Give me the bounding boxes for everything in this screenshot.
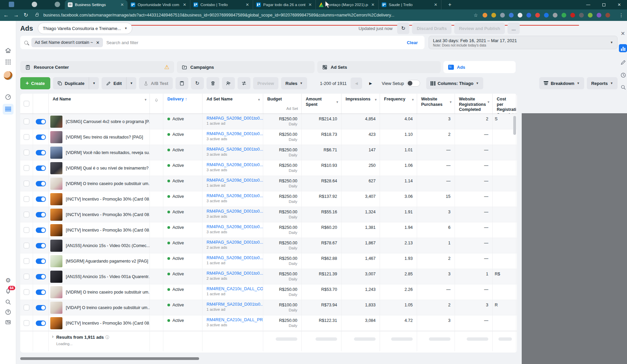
sidebar-home-icon[interactable] bbox=[3, 45, 13, 56]
ad-name-cell[interactable]: [AN15S] Anúncio 15s - Video 001a Quarent… bbox=[49, 269, 150, 284]
rules-button[interactable]: Rules▼ bbox=[281, 77, 307, 89]
tab-close-icon[interactable]: ✕ bbox=[120, 2, 125, 7]
row-status-toggle[interactable] bbox=[33, 253, 49, 269]
pinned-tab-icon[interactable] bbox=[55, 2, 60, 7]
row-checkbox[interactable] bbox=[20, 284, 33, 300]
ad-name-cell[interactable]: [VIDAP] O treino caseiro pode substituir… bbox=[49, 300, 150, 315]
search-filter-bar[interactable]: Ad Set Name doesn't contain ~ ✕ Search a… bbox=[20, 36, 425, 49]
date-range-selector[interactable]: Last 30 days: Feb 16, 2021 – Mar 17, 202… bbox=[429, 36, 618, 49]
tab-close-icon[interactable]: ✕ bbox=[182, 2, 187, 7]
close-panel-icon[interactable]: ✕ bbox=[621, 30, 625, 37]
edit-pencil-icon[interactable] bbox=[620, 59, 626, 67]
row-status-toggle[interactable] bbox=[33, 315, 49, 331]
sidebar-gauge-icon[interactable] bbox=[3, 92, 13, 102]
forward-button[interactable]: → bbox=[13, 12, 19, 18]
tab-ad-sets[interactable]: Ad Sets bbox=[317, 61, 441, 73]
retry-button[interactable]: ↻ bbox=[191, 77, 204, 89]
row-status-toggle[interactable] bbox=[33, 114, 49, 129]
row-checkbox[interactable] bbox=[20, 207, 33, 222]
extension-icon[interactable] bbox=[535, 13, 540, 18]
next-page-button[interactable]: ▶ bbox=[365, 78, 376, 89]
ad-name-cell[interactable]: [VIDRM] Você não tem resultados, reveja … bbox=[49, 145, 150, 160]
duplicate-dropdown[interactable]: ▼ bbox=[89, 77, 99, 89]
tab-campaigns[interactable]: Campaigns bbox=[177, 61, 315, 73]
ad-set-link[interactable]: RM4PAG_SA209d_D001to0... bbox=[207, 147, 263, 152]
ad-name-cell[interactable]: [VIDRM] Seu treino dá resultados? [PAG] bbox=[49, 129, 150, 145]
row-status-toggle[interactable] bbox=[33, 284, 49, 300]
browser-tab[interactable]: Business Settings ✕ bbox=[65, 0, 128, 9]
edit-dropdown[interactable]: ▼ bbox=[126, 77, 136, 89]
extension-icon[interactable] bbox=[509, 13, 514, 18]
address-bar[interactable]: business.facebook.com/adsmanager/manage/… bbox=[43, 13, 469, 18]
delete-button[interactable] bbox=[207, 77, 219, 89]
ad-name-cell[interactable]: [MSGRM] Aguardando pagamento v2 [PAG] bbox=[49, 253, 150, 269]
row-checkbox[interactable] bbox=[20, 145, 33, 160]
edit-button[interactable]: Edit bbox=[102, 77, 126, 89]
minimize-button[interactable]: — bbox=[580, 0, 596, 9]
col-header-website-purchases[interactable]: Website Purchases ▼ bbox=[417, 94, 455, 114]
remove-filter-icon[interactable]: ✕ bbox=[96, 40, 100, 45]
sort-icon[interactable]: ▼ bbox=[449, 100, 452, 104]
reload-button[interactable]: ↻ bbox=[24, 12, 28, 18]
tab-close-icon[interactable]: ✕ bbox=[308, 2, 312, 7]
columns-button[interactable]: Columns: Thiago ▼ bbox=[426, 77, 483, 89]
ad-set-link[interactable]: RM4PAG_SA209d_D001to0... bbox=[207, 224, 263, 229]
row-status-toggle[interactable] bbox=[33, 269, 49, 284]
ad-name-cell[interactable]: [INCTV] Incentivo - Promoção 30% (Card 0… bbox=[49, 207, 150, 222]
ad-set-link[interactable]: RM4REN_CA210c_DALL_PR... bbox=[207, 317, 263, 322]
ad-name-cell[interactable]: [VIDRM] Qual é o seu nível de treinament… bbox=[49, 160, 150, 176]
ad-name-cell[interactable]: [AN15S] Anúncio 15s - Video 002c (Comec.… bbox=[49, 238, 150, 253]
row-status-toggle[interactable] bbox=[33, 222, 49, 238]
sort-icon[interactable]: ▼ bbox=[144, 98, 147, 102]
row-checkbox[interactable] bbox=[20, 129, 33, 145]
horizontal-scrollbar[interactable] bbox=[20, 357, 199, 360]
row-checkbox[interactable] bbox=[20, 222, 33, 238]
row-checkbox[interactable] bbox=[20, 269, 33, 284]
extension-icon[interactable] bbox=[605, 13, 610, 18]
col-header-ad-name[interactable]: Ad Name ▼ bbox=[49, 94, 150, 114]
col-header-frequency[interactable]: Frequency ▼ bbox=[380, 94, 417, 114]
row-checkbox[interactable] bbox=[20, 176, 33, 191]
refresh-button[interactable]: ↻ bbox=[397, 23, 409, 34]
ad-name-cell[interactable]: [CSIMG] Carrousel 4v2 sobre o programa [… bbox=[49, 114, 150, 129]
duplicate-button[interactable]: Duplicate bbox=[53, 77, 89, 89]
ad-set-link[interactable]: RM4PAG_SA209d_D001to0... bbox=[207, 162, 263, 167]
more-options-button[interactable]: ... bbox=[508, 23, 520, 34]
sort-icon[interactable]: ▼ bbox=[257, 98, 261, 102]
extension-icon[interactable] bbox=[570, 13, 575, 18]
view-charts-icon[interactable] bbox=[619, 44, 627, 52]
bookmark-star-icon[interactable]: ☆ bbox=[473, 12, 478, 18]
col-header-delivery[interactable]: Delivery ↑ bbox=[163, 94, 202, 114]
ad-set-link[interactable]: RM4PAG_SA209d_D001to0... bbox=[207, 255, 263, 260]
ad-set-link[interactable]: RM4PAG_SA209d_D001to0... bbox=[207, 271, 263, 276]
sidebar-settings-gear-icon[interactable]: ⚙ bbox=[3, 275, 13, 286]
export-swap-button[interactable] bbox=[238, 77, 250, 89]
col-header-website-registrations[interactable]: Website Registrations Completed ▼ bbox=[455, 94, 493, 114]
row-status-toggle[interactable] bbox=[33, 145, 49, 160]
ad-name-cell[interactable]: [VIDRM] O treino caseiro pode substituir… bbox=[49, 284, 150, 300]
assign-people-button[interactable] bbox=[222, 77, 235, 89]
browser-tab[interactable]: Pagar todo dia 26 a conta da VIV ✕ bbox=[253, 0, 316, 9]
row-status-toggle[interactable] bbox=[33, 176, 49, 191]
browser-tab[interactable]: Saude | Trello ✕ bbox=[379, 0, 441, 9]
pinned-tab-icon[interactable] bbox=[9, 2, 14, 7]
breakdown-button[interactable]: Breakdown ▼ bbox=[539, 77, 584, 89]
sidebar-profile-avatar[interactable] bbox=[3, 70, 13, 81]
sidebar-apps-grid-icon[interactable] bbox=[3, 57, 13, 67]
copy-clipboard-button[interactable] bbox=[175, 77, 188, 89]
ad-set-link[interactable]: RM4REN_CA210c_DALL_CO... bbox=[207, 286, 263, 291]
zoom-search-icon[interactable] bbox=[620, 84, 626, 92]
col-header-budget[interactable]: Budget Ad Set bbox=[263, 94, 302, 114]
ad-set-link[interactable]: RM4PAG_SA209d_D001to0... bbox=[207, 209, 263, 214]
browser-tab[interactable]: Oportunidade Vindi com Yapay, ✕ bbox=[128, 0, 190, 9]
tab-ads[interactable]: Ads bbox=[443, 61, 516, 73]
extension-icon[interactable] bbox=[491, 13, 496, 18]
row-checkbox[interactable] bbox=[20, 114, 33, 129]
col-header-impressions[interactable]: Impressions ▼ bbox=[342, 94, 380, 114]
col-header-cost-per-registration[interactable]: Cost per Registration Completed bbox=[493, 94, 516, 114]
sidebar-ads-manager-icon[interactable] bbox=[3, 104, 13, 115]
clear-filters-link[interactable]: Clear bbox=[407, 40, 418, 45]
sidebar-search-icon[interactable] bbox=[3, 297, 13, 307]
row-checkbox[interactable] bbox=[20, 238, 33, 253]
extension-icon[interactable] bbox=[562, 13, 566, 18]
